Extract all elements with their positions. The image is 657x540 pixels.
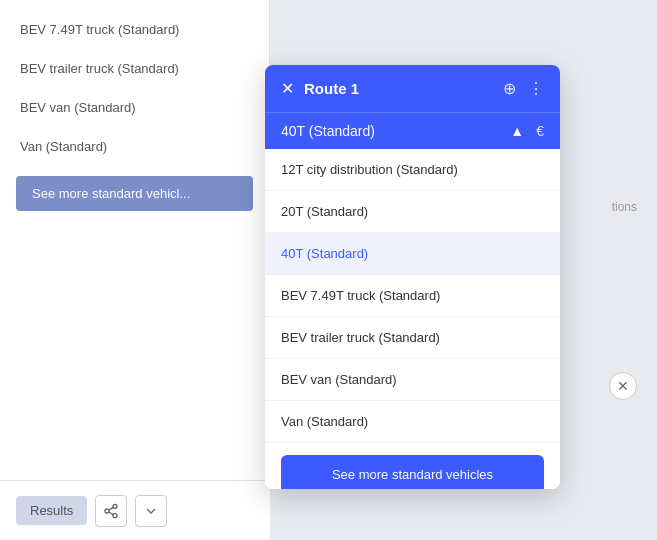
modal-close-icon[interactable]: ✕: [281, 81, 294, 97]
svg-point-2: [113, 513, 117, 517]
options-text: tions: [612, 200, 637, 214]
vehicle-option-20t[interactable]: 20T (Standard): [265, 191, 560, 233]
svg-line-4: [109, 507, 114, 510]
list-item: BEV 7.49T truck (Standard): [0, 10, 269, 49]
list-item: Van (Standard): [0, 127, 269, 166]
euro-icon: €: [536, 123, 544, 139]
selected-vehicle-label: 40T (Standard): [281, 123, 375, 139]
results-button[interactable]: Results: [16, 496, 87, 525]
collapse-arrow-icon: ▲: [510, 123, 524, 139]
modal-header-left: ✕ Route 1: [281, 80, 359, 97]
vehicle-option-12t[interactable]: 12T city distribution (Standard): [265, 149, 560, 191]
list-item: BEV trailer truck (Standard): [0, 49, 269, 88]
target-icon[interactable]: ⊕: [503, 79, 516, 98]
close-icon-button[interactable]: ✕: [609, 372, 637, 400]
vehicle-selector[interactable]: 40T (Standard) ▲ €: [265, 112, 560, 149]
see-more-standard-vehicles-button[interactable]: See more standard vehicl...: [16, 176, 253, 211]
list-item: BEV van (Standard): [0, 88, 269, 127]
modal-title: Route 1: [304, 80, 359, 97]
modal-header-right: ⊕ ⋮: [503, 79, 544, 98]
see-more-standard-vehicles-modal-button[interactable]: See more standard vehicles: [281, 455, 544, 489]
vehicle-option-bev-van[interactable]: BEV van (Standard): [265, 359, 560, 401]
bottom-toolbar: Results: [0, 480, 270, 540]
background-list: BEV 7.49T truck (Standard) BEV trailer t…: [0, 0, 269, 231]
svg-point-0: [113, 504, 117, 508]
vehicle-option-van[interactable]: Van (Standard): [265, 401, 560, 443]
vehicle-option-bev-trailer[interactable]: BEV trailer truck (Standard): [265, 317, 560, 359]
vehicle-option-40t[interactable]: 40T (Standard): [265, 233, 560, 275]
background-panel: BEV 7.49T truck (Standard) BEV trailer t…: [0, 0, 270, 540]
share-icon-button[interactable]: [95, 495, 127, 527]
svg-point-1: [105, 509, 109, 513]
route-modal: ✕ Route 1 ⊕ ⋮ 40T (Standard) ▲ € 12T cit…: [265, 65, 560, 489]
more-options-icon[interactable]: ⋮: [528, 79, 544, 98]
vehicle-dropdown-list: 12T city distribution (Standard) 20T (St…: [265, 149, 560, 489]
download-icon-button[interactable]: [135, 495, 167, 527]
svg-line-3: [109, 512, 114, 515]
vehicle-option-bev749[interactable]: BEV 7.49T truck (Standard): [265, 275, 560, 317]
selector-controls: ▲ €: [510, 123, 544, 139]
modal-header: ✕ Route 1 ⊕ ⋮: [265, 65, 560, 112]
